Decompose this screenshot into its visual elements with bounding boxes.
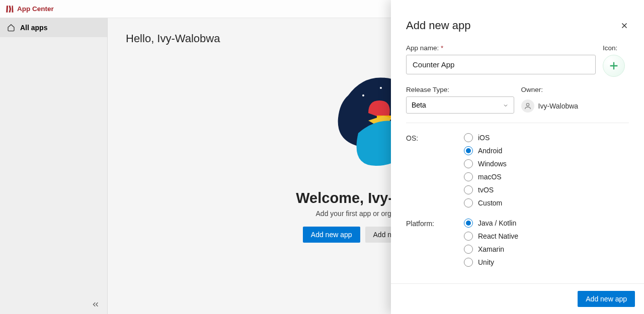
owner-label: Owner: [521,86,629,93]
home-icon [7,24,15,32]
os-option-label: macOS [478,173,502,181]
platform-option-java-kotlin[interactable]: Java / Kotlin [464,219,629,228]
os-option-custom[interactable]: Custom [464,198,629,207]
app-name-label: App name: * [406,44,596,52]
sidebar-item-label: All apps [20,24,47,32]
add-app-panel: Add new app App name: * Icon: [391,0,644,314]
os-option-tvos[interactable]: tvOS [464,185,629,194]
radio-icon [464,146,473,155]
release-type-select[interactable]: Beta [406,96,514,114]
appcenter-logo-icon [5,5,14,14]
os-option-label: iOS [478,134,490,142]
os-option-windows[interactable]: Windows [464,159,629,168]
radio-icon [464,198,473,207]
required-asterisk: * [441,44,443,52]
add-new-app-button[interactable]: Add new app [303,227,360,243]
divider [406,123,629,123]
panel-title: Add new app [406,19,470,32]
brand[interactable]: App Center [5,5,54,14]
radio-icon [464,185,473,194]
app-name-label-text: App name: [406,44,439,52]
icon-picker[interactable] [603,55,625,77]
os-option-label: Android [478,147,502,155]
platform-radio-list: Java / KotlinReact NativeXamarinUnity [464,219,629,267]
plus-icon [608,60,619,71]
owner-value: Ivy-Walobwa [521,96,629,113]
platform-option-unity[interactable]: Unity [464,258,629,267]
close-icon[interactable] [620,21,629,30]
radio-icon [464,245,473,254]
os-option-android[interactable]: Android [464,146,629,155]
sidebar: All apps [0,18,108,314]
release-type-value: Beta [412,101,426,109]
svg-point-8 [526,103,529,106]
release-type-label: Release Type: [406,86,514,93]
platform-option-label: React Native [478,232,518,240]
platform-option-label: Unity [478,258,494,266]
svg-point-0 [362,94,364,96]
platform-label: Platform: [406,219,464,267]
platform-option-react-native[interactable]: React Native [464,232,629,241]
os-option-macos[interactable]: macOS [464,172,629,181]
panel-footer: Add new app [391,283,644,314]
brand-name: App Center [17,5,54,13]
os-option-label: tvOS [478,186,494,194]
os-label: OS: [406,133,464,207]
os-option-label: Windows [478,160,507,168]
os-option-label: Custom [478,199,502,207]
os-option-ios[interactable]: iOS [464,133,629,142]
owner-name: Ivy-Walobwa [538,102,579,110]
radio-icon [464,133,473,142]
svg-point-1 [380,87,382,89]
platform-option-xamarin[interactable]: Xamarin [464,245,629,254]
sidebar-item-all-apps[interactable]: All apps [0,18,107,37]
radio-icon [464,219,473,228]
platform-section: Platform: Java / KotlinReact NativeXamar… [406,219,629,267]
chevron-down-icon [503,102,509,108]
radio-icon [464,159,473,168]
app-name-input[interactable] [406,55,596,74]
radio-icon [464,172,473,181]
radio-icon [464,258,473,267]
avatar-icon [521,99,534,113]
collapse-sidebar-icon[interactable] [91,300,100,309]
os-section: OS: iOSAndroidWindowsmacOStvOSCustom [406,133,629,207]
platform-option-label: Xamarin [478,245,504,253]
submit-add-app-button[interactable]: Add new app [578,291,635,307]
radio-icon [464,232,473,241]
os-radio-list: iOSAndroidWindowsmacOStvOSCustom [464,133,629,207]
icon-label: Icon: [603,44,629,52]
platform-option-label: Java / Kotlin [478,219,516,227]
